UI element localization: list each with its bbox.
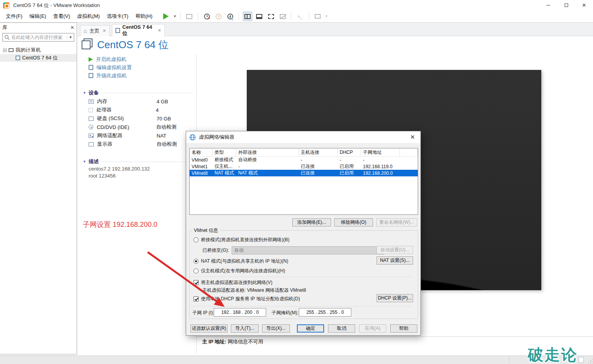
stretch-guest-button[interactable] bbox=[313, 12, 322, 21]
close-button[interactable]: ✕ bbox=[575, 0, 593, 10]
revert-snapshot-button[interactable]: ← bbox=[214, 12, 223, 21]
network-row-vmnet8-selected[interactable]: VMnet8 NAT 模式 NAT 模式 已连接 已启用 192.168.200… bbox=[190, 170, 418, 176]
search-input[interactable] bbox=[11, 35, 67, 40]
tab-centos-vm[interactable]: CentOS 7 64 位 ✕ bbox=[112, 24, 165, 37]
network-row-vmnet0[interactable]: VMnet0 桥接模式 自动桥接 - - - bbox=[190, 157, 418, 163]
send-ctrl-alt-del-button[interactable] bbox=[185, 12, 194, 21]
title-bar: CentOS 7 64 位 - VMware Workstation ✕ bbox=[0, 0, 593, 10]
nat-settings-button[interactable]: NAT 设置(S)... bbox=[377, 256, 413, 265]
maximize-button[interactable] bbox=[557, 0, 575, 10]
library-close-icon[interactable]: ✕ bbox=[70, 25, 74, 30]
device-row-processors[interactable]: 处理器 4 bbox=[89, 106, 194, 114]
auto-settings-button[interactable]: 自动设置(U)... bbox=[377, 246, 413, 254]
power-on-button[interactable] bbox=[161, 12, 171, 21]
dialog-title-bar: 虚拟网络编辑器 ✕ bbox=[186, 131, 420, 143]
radio-label: 仅主机模式(在专用网络内连接虚拟机)(H) bbox=[201, 268, 285, 274]
menu-help[interactable]: 帮助(H) bbox=[132, 13, 156, 20]
tree-item-vm[interactable]: CentOS 7 64 位 bbox=[0, 54, 77, 62]
column-header[interactable]: 子网地址 bbox=[361, 148, 400, 156]
apply-button[interactable]: 应用(A) bbox=[359, 324, 386, 333]
stretch-dropdown-caret-icon[interactable]: ▼ bbox=[324, 14, 328, 18]
description-section-header[interactable]: ▼ 描述 bbox=[83, 158, 193, 165]
import-button[interactable]: 导入(T)... bbox=[231, 324, 259, 333]
search-dropdown-caret-icon[interactable]: ▼ bbox=[67, 35, 74, 39]
dhcp-checkbox-row[interactable]: 使用本地 DHCP 服务将 IP 地址分配给虚拟机(D) bbox=[194, 296, 300, 302]
command-label: 升级此虚拟机 bbox=[96, 72, 127, 79]
devices-section-header[interactable]: ▼ 设备 bbox=[83, 89, 193, 96]
tree-expander-icon[interactable] bbox=[3, 49, 7, 52]
tree-item-my-computer[interactable]: 我的计算机 bbox=[0, 46, 77, 54]
edit-vm-settings-link[interactable]: 编辑虚拟机设置 bbox=[89, 63, 190, 71]
device-name: 网络适配器 bbox=[97, 132, 157, 139]
menu-tabs[interactable]: 选项卡(T) bbox=[103, 13, 132, 20]
help-button[interactable]: 帮助 bbox=[390, 324, 417, 333]
power-on-vm-link[interactable]: 开启此虚拟机 bbox=[89, 55, 190, 63]
column-header[interactable]: 类型 bbox=[213, 148, 236, 156]
snapshot-manager-button[interactable]: 🔧 bbox=[225, 12, 235, 21]
host-adapter-checkbox-row[interactable]: 将主机虚拟适配器连接到此网络(V) bbox=[194, 279, 272, 286]
ok-button[interactable]: 确定 bbox=[297, 324, 324, 333]
checkbox-host-adapter-icon[interactable] bbox=[194, 280, 199, 285]
column-header[interactable]: 主机连接 bbox=[299, 148, 338, 156]
section-rule bbox=[101, 93, 193, 93]
fullscreen-button[interactable] bbox=[266, 12, 276, 21]
page-title: CentOS 7 64 位 bbox=[97, 38, 169, 52]
subnet-mask-input[interactable] bbox=[299, 308, 351, 317]
device-row-memory[interactable]: 内存 4 GB bbox=[89, 97, 194, 106]
watermark-text: 破走论坛 bbox=[528, 344, 593, 364]
unity-mode-button[interactable] bbox=[278, 12, 287, 21]
column-header[interactable]: DHCP bbox=[338, 148, 361, 156]
tab-close-icon[interactable]: ✕ bbox=[158, 28, 161, 33]
table-cell: 已启用 bbox=[338, 170, 361, 176]
maximize-icon bbox=[565, 3, 568, 7]
column-header[interactable]: 名称 bbox=[190, 148, 213, 156]
take-snapshot-button[interactable]: + bbox=[202, 12, 211, 21]
bridged-to-select[interactable]: 自动 ▼ bbox=[232, 246, 384, 254]
host-only-mode-option[interactable]: 仅主机模式(在专用网络内连接虚拟机)(H) bbox=[194, 268, 285, 274]
subnet-ip-input[interactable] bbox=[214, 308, 266, 317]
menu-file[interactable]: 文件(F) bbox=[2, 13, 26, 20]
radio-host-only-icon[interactable] bbox=[194, 268, 199, 273]
remove-network-button[interactable]: 移除网络(O) bbox=[334, 218, 373, 226]
device-list: 内存 4 GB 处理器 4 硬盘 (SCSI) 70 GB CD/DVD (ID… bbox=[89, 97, 194, 148]
nat-mode-option[interactable]: NAT 模式(与虚拟机共享主机的 IP 地址)(N) bbox=[194, 258, 288, 265]
menu-edit[interactable]: 编辑(E) bbox=[26, 13, 50, 20]
show-thumbnail-bar-button[interactable] bbox=[255, 12, 264, 21]
tab-home[interactable]: ⌂ 主页 ✕ bbox=[80, 25, 110, 36]
rename-network-button[interactable]: 重命名网络(W)... bbox=[376, 218, 417, 226]
checkbox-dhcp-icon[interactable] bbox=[194, 296, 199, 301]
cancel-button[interactable]: 取消 bbox=[328, 324, 355, 333]
radio-bridged-icon[interactable] bbox=[194, 237, 199, 242]
snapshot-manager-icon: 🔧 bbox=[227, 14, 233, 19]
restore-defaults-button[interactable]: 还原默认设置(R) bbox=[190, 324, 228, 333]
menu-vm[interactable]: 虚拟机(M) bbox=[73, 13, 103, 20]
show-library-button[interactable] bbox=[243, 12, 252, 21]
table-cell: - bbox=[299, 157, 338, 163]
minimize-button[interactable] bbox=[539, 0, 557, 10]
device-row-disk[interactable]: 硬盘 (SCSI) 70 GB bbox=[89, 114, 194, 123]
table-cell: 192.168.200.0 bbox=[361, 171, 400, 176]
minimize-icon bbox=[546, 5, 550, 5]
vmnet-info-groupbox bbox=[189, 230, 418, 319]
network-row-vmnet1[interactable]: VMnet1 仅主机... - 已连接 已启用 192.168.119.0 bbox=[190, 163, 418, 170]
bridged-mode-option[interactable]: 桥接模式(将虚拟机直接连接到外部网络)(B) bbox=[194, 237, 290, 243]
device-row-cdrom[interactable]: CD/DVD (IDE) 自动检测 bbox=[89, 123, 194, 131]
tab-close-icon[interactable]: ✕ bbox=[103, 28, 106, 33]
column-header[interactable]: 外部连接 bbox=[236, 148, 299, 156]
vm-icon bbox=[115, 28, 120, 33]
table-cell: 已连接 bbox=[299, 170, 338, 176]
menu-view[interactable]: 查看(V) bbox=[50, 13, 73, 20]
device-row-network[interactable]: 网络适配器 NAT bbox=[89, 131, 194, 140]
annotation-subnet-note: 子网设置 192.168.200.0 bbox=[83, 220, 157, 229]
export-button[interactable]: 导出(X)... bbox=[262, 324, 290, 333]
description-line: centos7.2 192.168.200.132 bbox=[89, 166, 150, 173]
power-dropdown-caret-icon[interactable]: ▼ bbox=[173, 14, 176, 18]
radio-nat-icon[interactable] bbox=[194, 259, 199, 264]
upgrade-vm-link[interactable]: 升级此虚拟机 bbox=[89, 71, 190, 80]
add-network-button[interactable]: 添加网络(E)... bbox=[292, 218, 331, 226]
console-view-button[interactable]: >_ bbox=[295, 12, 305, 21]
dhcp-settings-button[interactable]: DHCP 设置(P)... bbox=[377, 294, 413, 302]
dialog-close-icon[interactable]: ✕ bbox=[408, 134, 417, 141]
device-row-display[interactable]: 显示器 自动检测 bbox=[89, 140, 194, 148]
table-cell: VMnet1 bbox=[190, 164, 213, 169]
